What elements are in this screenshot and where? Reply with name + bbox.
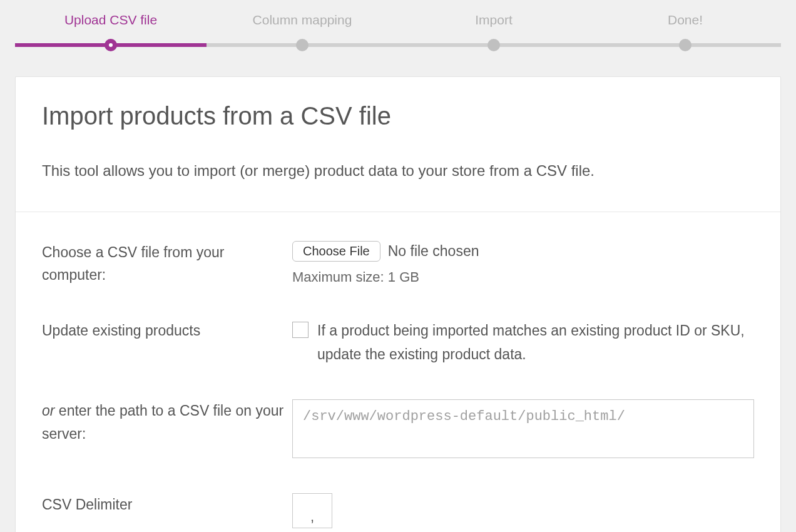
delimiter-label: CSV Delimiter	[42, 493, 292, 528]
progress-stepper: Upload CSV file Column mapping Import Do…	[0, 0, 796, 51]
update-description: If a product being imported matches an e…	[317, 319, 754, 367]
delimiter-row: CSV Delimiter	[42, 493, 754, 528]
path-label-rest: enter the path to a CSV file on your ser…	[42, 402, 283, 442]
progress-bar	[15, 39, 781, 51]
step-upload[interactable]: Upload CSV file	[15, 13, 207, 28]
path-label: or enter the path to a CSV file on your …	[42, 399, 292, 461]
max-size-text: Maximum size: 1 GB	[292, 269, 754, 285]
step-import[interactable]: Import	[398, 13, 589, 28]
path-row: or enter the path to a CSV file on your …	[42, 399, 754, 461]
step-done[interactable]: Done!	[589, 13, 781, 28]
panel-header: Import products from a CSV file This too…	[16, 77, 780, 212]
page-subtitle: This tool allows you to import (or merge…	[42, 160, 754, 182]
path-field	[292, 399, 754, 461]
update-row: Update existing products If a product be…	[42, 319, 754, 367]
file-label: Choose a CSV file from your computer:	[42, 241, 292, 287]
update-field: If a product being imported matches an e…	[292, 319, 754, 367]
file-row: Choose a CSV file from your computer: Ch…	[42, 241, 754, 287]
page-title: Import products from a CSV file	[42, 102, 754, 130]
delimiter-field	[292, 493, 754, 528]
panel-body: Choose a CSV file from your computer: Ch…	[16, 212, 780, 532]
progress-dot-3	[487, 39, 500, 51]
update-label: Update existing products	[42, 319, 292, 367]
update-existing-checkbox[interactable]	[292, 322, 309, 338]
import-panel: Import products from a CSV file This too…	[15, 76, 781, 532]
server-path-input[interactable]	[292, 399, 754, 458]
progress-dot-2	[296, 39, 309, 51]
path-label-prefix: or	[42, 402, 54, 419]
no-file-chosen-text: No file chosen	[388, 243, 479, 260]
progress-dot-4	[679, 39, 691, 51]
progress-dot-1	[105, 39, 117, 51]
step-column-mapping[interactable]: Column mapping	[207, 13, 398, 28]
file-field: Choose File No file chosen Maximum size:…	[292, 241, 754, 287]
delimiter-input[interactable]	[292, 493, 332, 528]
choose-file-button[interactable]: Choose File	[292, 241, 380, 262]
